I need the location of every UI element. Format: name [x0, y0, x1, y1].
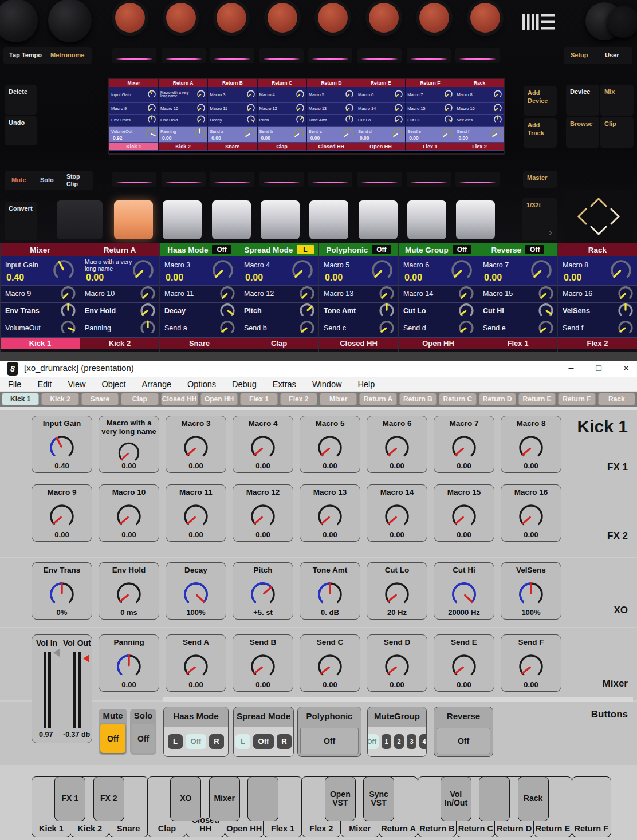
- dial[interactable]: [380, 433, 414, 464]
- grid-track-cell[interactable]: Snare: [160, 338, 239, 349]
- tab-flex-1[interactable]: Flex 1: [240, 393, 277, 405]
- display-button[interactable]: [162, 48, 206, 63]
- menu-item-file[interactable]: File: [0, 380, 29, 389]
- grid-dial[interactable]: [59, 286, 77, 303]
- dial[interactable]: [313, 580, 347, 611]
- grid-dial[interactable]: [59, 320, 77, 338]
- tab-return-a[interactable]: Return A: [359, 393, 396, 405]
- mute-group-option-1[interactable]: 1: [382, 734, 391, 749]
- dial[interactable]: [246, 580, 280, 611]
- tab-flex-2[interactable]: Flex 2: [280, 393, 317, 405]
- polyphonic-toggle[interactable]: Off: [300, 728, 359, 754]
- grid-track-cell[interactable]: Clap: [239, 338, 318, 349]
- dial[interactable]: [246, 652, 280, 683]
- display-button[interactable]: [455, 48, 500, 63]
- mute-toggle[interactable]: Off: [100, 724, 125, 753]
- display-button[interactable]: [210, 172, 254, 187]
- dial[interactable]: [179, 433, 213, 464]
- dial[interactable]: [514, 580, 548, 611]
- dial[interactable]: [246, 502, 280, 533]
- spread-mode-option-r[interactable]: R: [277, 734, 292, 749]
- menu-item-debug[interactable]: Debug: [224, 380, 265, 389]
- grid-dial[interactable]: [139, 286, 157, 303]
- grid-dial[interactable]: [457, 303, 475, 320]
- dial[interactable]: [447, 433, 481, 464]
- tab-return-f[interactable]: Return F: [558, 393, 595, 405]
- pad[interactable]: [407, 200, 446, 239]
- grid-dial[interactable]: [378, 286, 396, 303]
- dial[interactable]: [179, 580, 213, 611]
- spread-mode-option-l[interactable]: L: [235, 734, 250, 749]
- dial[interactable]: [447, 502, 481, 533]
- grid-dial[interactable]: [50, 258, 77, 284]
- tab-kick-2[interactable]: Kick 2: [41, 393, 78, 405]
- delete-button[interactable]: Delete: [5, 85, 37, 115]
- grid-track-cell[interactable]: Flex 2: [558, 338, 637, 349]
- grid-dial[interactable]: [218, 320, 237, 338]
- solo-toggle[interactable]: Off: [132, 724, 155, 753]
- grid-dial[interactable]: [368, 258, 396, 284]
- grid-dial[interactable]: [298, 286, 316, 303]
- tab-clap[interactable]: Clap: [121, 393, 158, 405]
- vol-in-marker[interactable]: [53, 649, 60, 657]
- grid-dial[interactable]: [59, 303, 77, 320]
- device-button[interactable]: Device: [566, 85, 599, 116]
- black-key-xo[interactable]: XO: [170, 776, 201, 821]
- black-key-sync-vst[interactable]: Sync VST: [363, 776, 394, 821]
- display-button[interactable]: [357, 48, 402, 63]
- pad[interactable]: [456, 200, 495, 239]
- pad[interactable]: [309, 200, 348, 239]
- pad[interactable]: [114, 200, 153, 239]
- add-device-button[interactable]: Add Device: [524, 86, 557, 116]
- user-button[interactable]: User: [605, 52, 619, 60]
- dial[interactable]: [45, 580, 79, 611]
- spread-mode-option-off[interactable]: Off: [253, 734, 274, 749]
- close-button[interactable]: ×: [618, 361, 635, 377]
- dial[interactable]: [447, 652, 481, 683]
- dial[interactable]: [313, 652, 347, 683]
- menu-item-arrange[interactable]: Arrange: [133, 380, 179, 389]
- black-key-blank[interactable]: [479, 776, 510, 821]
- menu-item-extras[interactable]: Extras: [265, 380, 304, 389]
- grid-dial[interactable]: [129, 258, 157, 284]
- mute-group-option-4[interactable]: 4: [419, 734, 427, 749]
- pad[interactable]: [163, 200, 202, 239]
- menu-item-edit[interactable]: Edit: [29, 380, 60, 389]
- dial[interactable]: [112, 652, 146, 683]
- menu-item-view[interactable]: View: [60, 380, 93, 389]
- dial[interactable]: [45, 433, 79, 464]
- grid-track-cell[interactable]: Kick 2: [80, 338, 159, 349]
- convert-button[interactable]: Convert: [5, 202, 37, 240]
- grid-dial[interactable]: [537, 286, 555, 303]
- key-return-f[interactable]: Return F: [572, 776, 611, 837]
- tab-rack[interactable]: Rack: [598, 393, 635, 405]
- dial[interactable]: [514, 502, 548, 533]
- display-button[interactable]: [210, 48, 254, 63]
- clip-button[interactable]: Clip: [600, 117, 634, 148]
- grid-dial[interactable]: [457, 286, 475, 303]
- menu-item-help[interactable]: Help: [349, 380, 383, 389]
- grid-dial[interactable]: [298, 303, 316, 320]
- tab-closed-hh[interactable]: Closed HH: [161, 393, 198, 405]
- swing-knob[interactable]: [48, 0, 92, 42]
- dial[interactable]: [380, 502, 414, 533]
- stop-clip-button[interactable]: Stop Clip: [66, 173, 89, 188]
- dial[interactable]: [313, 433, 347, 464]
- black-key-mixer[interactable]: Mixer: [209, 776, 240, 821]
- mix-button[interactable]: Mix: [600, 85, 634, 116]
- grid-dial[interactable]: [378, 303, 396, 320]
- dpad[interactable]: [564, 190, 633, 243]
- display-button[interactable]: [112, 48, 156, 63]
- encoder-knob[interactable]: [115, 3, 145, 33]
- display-button[interactable]: [162, 172, 206, 187]
- grid-dial[interactable]: [298, 320, 316, 338]
- grid-track-cell[interactable]: Flex 1: [478, 338, 557, 349]
- browse-button[interactable]: Browse: [566, 117, 599, 148]
- grid-dial[interactable]: [378, 320, 396, 338]
- encoder-knob[interactable]: [369, 3, 399, 33]
- tab-open-hh[interactable]: Open HH: [200, 393, 238, 405]
- tap-tempo-button[interactable]: Tap Tempo: [9, 52, 42, 60]
- display-button[interactable]: [407, 172, 451, 187]
- menu-item-object[interactable]: Object: [94, 380, 134, 389]
- grid-dial[interactable]: [616, 303, 635, 320]
